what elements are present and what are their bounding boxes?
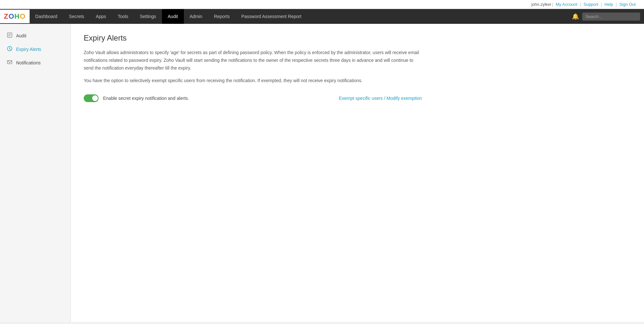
sidebar-item-expiry-alerts[interactable]: Expiry Alerts — [0, 43, 71, 56]
bell-icon[interactable]: 🔔 — [572, 13, 579, 20]
logo-h: H — [14, 12, 20, 21]
toggle-label: Enable secret expiry notification and al… — [103, 96, 189, 101]
search-input[interactable] — [582, 13, 640, 21]
support-link[interactable]: Support — [583, 2, 598, 7]
content-area: Expiry Alerts Zoho Vault allows administ… — [71, 24, 644, 322]
expiry-toggle[interactable] — [84, 94, 99, 102]
sidebar-audit-label: Audit — [16, 33, 26, 38]
svg-line-6 — [10, 49, 11, 50]
main-layout: Audit Expiry Alerts Notifications — [0, 24, 644, 322]
top-bar: john.zylker | My Account | Support | Hel… — [0, 0, 644, 9]
header: Z O H O Dashboard Secrets Apps Tools Set… — [0, 9, 644, 24]
nav-audit[interactable]: Audit — [162, 9, 184, 24]
description-2: You have the option to selectively exemp… — [84, 77, 422, 85]
audit-icon — [6, 32, 13, 39]
exempt-link[interactable]: Exempt specific users / Modify exemption — [339, 96, 422, 101]
nav-secrets[interactable]: Secrets — [63, 9, 90, 24]
logo-o2: O — [20, 12, 25, 21]
sign-out-link[interactable]: Sign Out — [619, 2, 636, 7]
nav-apps[interactable]: Apps — [90, 9, 112, 24]
notifications-icon — [6, 59, 13, 66]
zoho-logo: Z O H O — [4, 12, 26, 21]
help-link[interactable]: Help — [604, 2, 613, 7]
sidebar-item-audit[interactable]: Audit — [0, 29, 71, 43]
expiry-alerts-icon — [6, 46, 13, 53]
logo-z: Z — [4, 12, 8, 21]
nav-reports[interactable]: Reports — [208, 9, 235, 24]
nav-password-assessment[interactable]: Password Assessment Report — [235, 9, 307, 24]
nav-admin[interactable]: Admin — [184, 9, 208, 24]
sidebar-item-notifications[interactable]: Notifications — [0, 56, 71, 70]
nav-settings[interactable]: Settings — [134, 9, 162, 24]
sidebar-expiry-label: Expiry Alerts — [16, 47, 41, 52]
main-nav: Dashboard Secrets Apps Tools Settings Au… — [30, 9, 644, 24]
toggle-left: Enable secret expiry notification and al… — [84, 94, 189, 102]
my-account-link[interactable]: My Account — [556, 2, 577, 7]
logo-o1: O — [8, 12, 14, 21]
nav-tools[interactable]: Tools — [112, 9, 134, 24]
description-1: Zoho Vault allows administrators to spec… — [84, 49, 422, 72]
username: john.zylker — [531, 2, 551, 7]
nav-dashboard[interactable]: Dashboard — [30, 9, 63, 24]
sidebar-notifications-label: Notifications — [16, 60, 41, 65]
sidebar: Audit Expiry Alerts Notifications — [0, 24, 71, 322]
nav-right: 🔔 — [572, 9, 644, 24]
toggle-row: Enable secret expiry notification and al… — [84, 94, 422, 102]
logo-area: Z O H O — [0, 10, 30, 23]
page-title: Expiry Alerts — [84, 33, 631, 43]
